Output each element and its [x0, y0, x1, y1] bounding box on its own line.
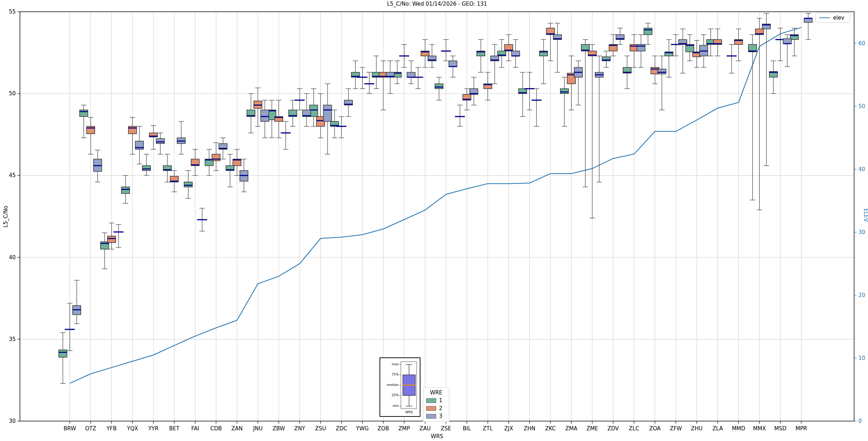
box — [783, 39, 791, 44]
x-tick-YQX: YQX — [126, 425, 138, 432]
box — [804, 18, 812, 22]
wre-legend-label-3: 3 — [439, 413, 443, 419]
wre2-swatch-icon — [426, 406, 436, 411]
boxplot-canvas: 3035404550550102030405060BRWOTZYFBYQXYYR… — [0, 0, 868, 441]
svg-text:10: 10 — [858, 355, 865, 361]
x-tick-ZHN: ZHN — [524, 425, 535, 432]
box — [156, 139, 164, 144]
x-tick-MSD: MSD — [774, 425, 786, 432]
x-tick-MMD: MMD — [732, 425, 745, 432]
x-tick-ZMP: ZMP — [398, 425, 410, 432]
boxplot-key-inset: max 75% median 25% min WRS — [380, 357, 420, 417]
box — [407, 72, 415, 77]
x-tick-BET: BET — [169, 425, 180, 432]
x-tick-ZME: ZME — [586, 425, 598, 432]
box — [121, 187, 130, 193]
wre-legend-row-2: 2 — [426, 405, 446, 411]
inset-label-75: 75% — [381, 373, 399, 376]
wre1-swatch-icon — [426, 398, 436, 403]
wre-legend-row-1: 1 — [426, 397, 446, 404]
box — [59, 350, 67, 357]
elev-legend: elev — [815, 13, 850, 23]
x-tick-ZKC: ZKC — [545, 425, 556, 432]
figure: 3035404550550102030405060BRWOTZYFBYQXYYR… — [0, 0, 868, 441]
box — [449, 61, 457, 67]
wre-legend-row-3: 3 — [426, 413, 446, 419]
svg-text:40: 40 — [858, 166, 865, 172]
wre-legend-title: WRE — [426, 389, 446, 396]
wre-legend-label-1: 1 — [439, 397, 443, 404]
elev-line — [70, 27, 801, 383]
x-tick-ZTL: ZTL — [483, 425, 493, 432]
y-axis-label-left: L5_C/No — [2, 195, 9, 238]
x-tick-ZHU: ZHU — [691, 425, 703, 432]
svg-text:60: 60 — [858, 40, 865, 47]
x-tick-ZMA: ZMA — [565, 425, 577, 432]
chart-title: L5_C/No: Wed 01/14/2026 - GEO: 131 — [20, 1, 854, 7]
x-tick-MMX: MMX — [753, 425, 766, 432]
elev-line-icon — [819, 17, 830, 18]
x-tick-ZNY: ZNY — [294, 425, 305, 432]
x-tick-CDB: CDB — [210, 425, 222, 432]
x-tick-ZSU: ZSU — [315, 425, 326, 432]
x-tick-OTZ: OTZ — [85, 425, 96, 432]
inset-label-max: max — [381, 363, 399, 366]
elev-series — [70, 27, 801, 383]
box — [637, 44, 645, 51]
x-tick-JNU: JNU — [253, 425, 263, 432]
box — [142, 166, 151, 171]
svg-text:45: 45 — [9, 172, 16, 179]
x-tick-ZBW: ZBW — [273, 425, 285, 432]
x-tick-ZSE: ZSE — [441, 425, 451, 432]
x-tick-YWG: YWG — [356, 425, 369, 432]
inset-label-25: 25% — [381, 394, 399, 397]
svg-text:50: 50 — [858, 103, 865, 110]
x-tick-ZDV: ZDV — [607, 425, 619, 432]
x-tick-ZFW: ZFW — [670, 425, 682, 432]
x-tick-BIL: BIL — [463, 425, 471, 432]
x-tick-ZAN: ZAN — [231, 425, 243, 432]
x-axis-label: WRS — [20, 433, 854, 440]
x-tick-YYR: YYR — [148, 425, 158, 432]
box — [435, 84, 443, 89]
inset-label-min: min — [381, 404, 399, 408]
box — [512, 51, 520, 56]
x-tick-YFB: YFB — [106, 425, 116, 432]
svg-text:20: 20 — [858, 292, 865, 298]
x-tick-MPR: MPR — [795, 425, 807, 432]
x-tick-ZAU: ZAU — [419, 425, 431, 432]
box — [184, 182, 192, 187]
svg-text:40: 40 — [9, 254, 16, 261]
boxes-series-3 — [73, 14, 812, 324]
svg-text:30: 30 — [9, 418, 16, 424]
svg-text:50: 50 — [9, 90, 16, 97]
svg-text:0: 0 — [858, 418, 862, 424]
box — [261, 110, 269, 121]
svg-text:55: 55 — [9, 9, 16, 15]
elev-legend-label: elev — [833, 15, 845, 21]
box — [560, 89, 569, 94]
x-tick-ZDC: ZDC — [336, 425, 347, 432]
x-tick-ZOA: ZOA — [649, 425, 661, 432]
x-tick-ZLC: ZLC — [629, 425, 639, 432]
svg-text:35: 35 — [9, 336, 16, 342]
boxes-series-1 — [59, 23, 799, 383]
inset-label-median: median — [381, 383, 399, 387]
y-axis-label-right: ELEV — [863, 194, 868, 237]
wre3-swatch-icon — [426, 414, 436, 419]
x-tick-ZOB: ZOB — [377, 425, 389, 432]
box — [80, 110, 88, 116]
x-tick-ZJX: ZJX — [504, 425, 513, 432]
box — [323, 105, 331, 121]
axis-ticks: 3035404550550102030405060BRWOTZYFBYQXYYR… — [9, 9, 865, 432]
x-tick-BRW: BRW — [64, 425, 76, 432]
box — [644, 28, 652, 34]
box — [658, 69, 666, 74]
wre-legend: WRE 1 2 3 — [423, 388, 449, 422]
wre-legend-label-2: 2 — [439, 405, 443, 411]
x-tick-ZLA: ZLA — [712, 425, 723, 432]
x-tick-FAI: FAI — [191, 425, 199, 432]
box — [212, 154, 220, 161]
box — [108, 236, 116, 243]
inset-x-label: WRS — [400, 411, 418, 414]
